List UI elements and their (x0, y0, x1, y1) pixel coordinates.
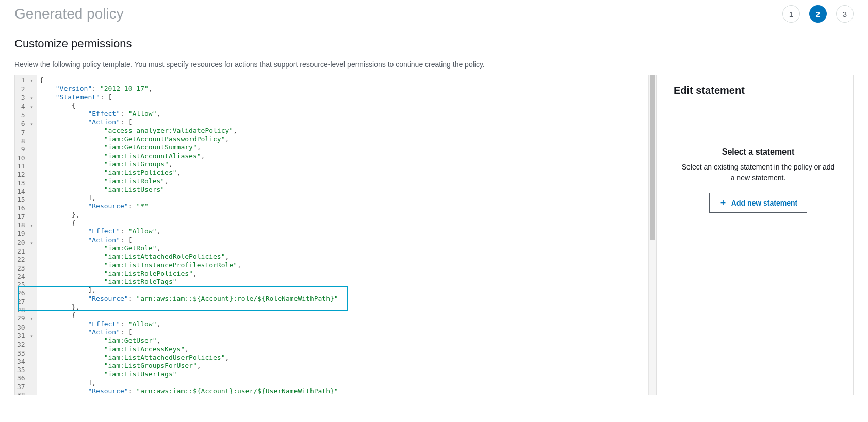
gutter-line: 21 (17, 247, 33, 256)
section-subheader: Customize permissions (14, 37, 854, 55)
code-line[interactable]: }, (39, 211, 654, 219)
plus-icon: ＋ (719, 197, 727, 208)
code-line[interactable]: "iam:ListRolePolicies", (39, 269, 654, 278)
code-line[interactable]: ], (39, 286, 654, 294)
code-line[interactable]: { (39, 102, 654, 110)
code-line[interactable]: "iam:ListGroupsForUser", (39, 362, 654, 370)
gutter-line: 12 (17, 171, 33, 179)
edit-statement-panel: Edit statement Select a statement Select… (663, 75, 854, 395)
gutter-line: 22 (17, 256, 33, 264)
gutter-line: 5 (17, 111, 33, 120)
gutter-line: 23 (17, 264, 33, 273)
gutter-line: 34 (17, 358, 33, 366)
code-line[interactable]: "Action": [ (39, 236, 654, 244)
code-line[interactable]: "iam:ListGroups", (39, 160, 654, 168)
code-line[interactable]: "Effect": "Allow", (39, 227, 654, 235)
code-line[interactable]: "Resource": "*" (39, 202, 654, 210)
gutter-line: 19 (17, 230, 33, 238)
editor-code-area[interactable]: { "Version": "2012-10-17", "Statement": … (37, 75, 656, 395)
section-description: Review the following policy template. Yo… (14, 60, 854, 69)
panel-header: Edit statement (663, 75, 853, 106)
step-1[interactable]: 1 (782, 5, 800, 23)
gutter-line: 30 (17, 324, 33, 332)
gutter-line: 38 (17, 391, 33, 395)
code-line[interactable]: ], (39, 194, 654, 202)
code-line[interactable]: "iam:ListAccessKeys", (39, 345, 654, 353)
gutter-line: 3 ▾ (17, 94, 33, 103)
code-line[interactable]: { (39, 311, 654, 319)
gutter-line: 35 (17, 366, 33, 374)
code-line[interactable]: "iam:GetRole", (39, 244, 654, 252)
gutter-line: 31 ▾ (17, 332, 33, 341)
gutter-line: 32 (17, 341, 33, 349)
gutter-line: 29 ▾ (17, 314, 33, 323)
gutter-line: 25 (17, 281, 33, 289)
gutter-line: 26 (17, 289, 33, 297)
add-new-statement-button[interactable]: ＋ Add new statement (709, 193, 807, 213)
gutter-line: 37 (17, 383, 33, 391)
gutter-line: 7 (17, 129, 33, 137)
code-line[interactable]: "iam:ListAccountAliases", (39, 152, 654, 160)
gutter-line: 9 (17, 145, 33, 154)
code-line[interactable]: "iam:GetUser", (39, 336, 654, 345)
editor-scrollbar-vertical[interactable] (648, 75, 656, 395)
gutter-line: 27 (17, 298, 33, 306)
gutter-line: 16 (17, 204, 33, 212)
gutter-line: 8 (17, 137, 33, 145)
code-line[interactable]: "Resource": "arn:aws:iam::${Account}:rol… (39, 295, 654, 303)
code-line[interactable]: "Resource": "arn:aws:iam::${Account}:use… (39, 387, 654, 395)
code-line[interactable]: "Action": [ (39, 118, 654, 126)
code-line[interactable]: }, (39, 303, 654, 311)
policy-json-editor[interactable]: 1 ▾2 3 ▾4 ▾5 6 ▾7 8 9 10 11 12 13 14 15 … (14, 75, 657, 395)
select-statement-title: Select a statement (722, 147, 795, 157)
add-button-label: Add new statement (731, 199, 797, 207)
code-line[interactable]: "iam:ListAttachedRolePolicies", (39, 252, 654, 261)
gutter-line: 11 (17, 162, 33, 171)
page-title: Generated policy (14, 6, 124, 22)
gutter-line: 33 (17, 349, 33, 358)
gutter-line: 4 ▾ (17, 103, 33, 111)
code-line[interactable]: ], (39, 379, 654, 387)
gutter-line: 17 (17, 213, 33, 221)
code-line[interactable]: "Action": [ (39, 328, 654, 336)
code-line[interactable]: "iam:GetAccountSummary", (39, 143, 654, 151)
gutter-line: 28 (17, 306, 33, 314)
code-line[interactable]: { (39, 76, 654, 85)
gutter-line: 13 (17, 179, 33, 188)
code-line[interactable]: "iam:GetAccountPasswordPolicy", (39, 135, 654, 143)
code-line[interactable]: "Effect": "Allow", (39, 320, 654, 328)
gutter-line: 10 (17, 154, 33, 162)
code-line[interactable]: "iam:ListInstanceProfilesForRole", (39, 261, 654, 269)
code-line[interactable]: "access-analyzer:ValidatePolicy", (39, 127, 654, 135)
code-line[interactable]: "Version": "2012-10-17", (39, 85, 654, 93)
code-line[interactable]: "iam:ListRoles", (39, 177, 654, 185)
scroll-thumb[interactable] (650, 75, 655, 240)
code-line[interactable]: { (39, 219, 654, 227)
code-line[interactable]: "iam:ListUsers" (39, 185, 654, 194)
editor-gutter: 1 ▾2 3 ▾4 ▾5 6 ▾7 8 9 10 11 12 13 14 15 … (15, 75, 37, 395)
gutter-line: 15 (17, 196, 33, 204)
code-line[interactable]: "iam:ListRoleTags" (39, 278, 654, 286)
step-3[interactable]: 3 (836, 5, 854, 23)
code-line[interactable]: "iam:ListPolicies", (39, 168, 654, 177)
select-statement-description: Select an existing statement in the poli… (663, 162, 853, 183)
gutter-line: 36 (17, 374, 33, 382)
code-line[interactable]: "Effect": "Allow", (39, 110, 654, 118)
gutter-line: 2 (17, 85, 33, 93)
gutter-line: 20 ▾ (17, 239, 33, 247)
code-line[interactable]: "iam:ListAttachedUserPolicies", (39, 353, 654, 362)
code-line[interactable]: "Statement": [ (39, 93, 654, 102)
gutter-line: 1 ▾ (17, 76, 33, 85)
code-line[interactable]: "iam:ListUserTags" (39, 370, 654, 378)
wizard-steps: 1 2 3 (782, 5, 854, 23)
gutter-line: 14 (17, 188, 33, 196)
gutter-line: 18 ▾ (17, 221, 33, 230)
step-2[interactable]: 2 (809, 5, 827, 23)
gutter-line: 24 (17, 273, 33, 281)
gutter-line: 6 ▾ (17, 120, 33, 128)
